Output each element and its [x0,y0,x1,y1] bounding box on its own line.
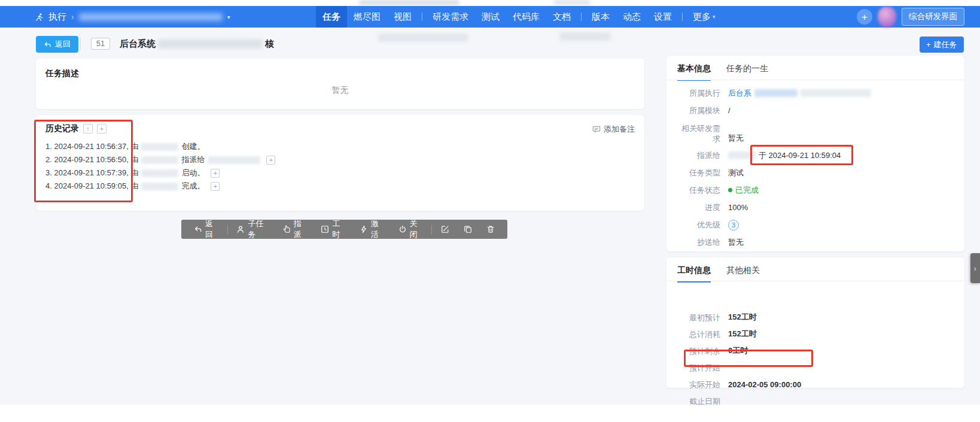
row-priority: 优先级 3 [666,216,964,233]
task-description-card: 任务描述 暂无 [36,59,644,109]
hand-pointer-icon [282,225,291,233]
history-entry-text: 3. 2024-09-21 10:57:39, 由 [45,168,138,178]
add-note-button[interactable]: 添加备注 [592,124,635,135]
person-icon [236,225,245,233]
redacted-user-name [141,156,178,164]
history-reverse-icon[interactable]: ↑ [83,124,93,133]
toolbar-assign-button[interactable]: 指派 [275,220,314,239]
back-button[interactable]: 返回 [36,36,78,53]
history-entry: 1. 2024-09-21 10:56:37, 由 创建。 [45,140,275,153]
toolbar-delete-button[interactable] [479,220,502,239]
basic-info-panel: 基本信息 任务的一生 所属执行 后台系 所属模块 / 相关研发需求 暂无 指派给… [666,56,964,251]
redacted-user-name [728,151,756,159]
nav-divider [682,13,683,21]
description-empty-text: 暂无 [36,85,644,96]
redacted-text [754,89,798,97]
create-task-label: 建任务 [934,40,957,50]
execution-run-icon [35,13,44,22]
history-expand-all-icon[interactable]: + [97,124,106,133]
quick-create-button[interactable]: + [857,9,872,25]
breadcrumb-caret-icon[interactable]: ▾ [227,14,230,20]
hours-info-rows: 最初预计 152工时 总计消耗 152工时 预计剩余 0工时 预计开始 实际开始… [666,309,964,409]
tab-basic-info[interactable]: 基本信息 [677,63,711,81]
row-cc: 抄送给 暂无 [666,233,964,251]
history-entry-action: 完成。 [181,181,205,192]
row-related-story: 相关研发需求 暂无 [666,119,964,147]
nav-tab-build[interactable]: 版本 [585,6,616,28]
workspace-switch-button[interactable]: 综合研发界面 [902,8,964,26]
task-id-badge: 51 [91,38,110,50]
back-button-label: 返回 [55,39,71,50]
row-execution: 所属执行 后台系 [666,84,964,102]
history-entry: 3. 2024-09-21 10:57:39, 由 启动。 + [45,166,275,180]
history-expand-icon[interactable]: + [211,169,220,178]
task-title-tail: 核 [265,38,274,50]
back-arrow-icon [44,41,51,48]
hours-info-panel: 工时信息 其他相关 最初预计 152工时 总计消耗 152工时 预计剩余 0工时… [666,257,964,388]
row-task-status: 任务状态 已完成 [666,181,964,199]
nav-tab-settings[interactable]: 设置 [647,6,678,28]
redacted-user-name [141,143,178,151]
toolbar-close-button[interactable]: 关闭 [391,220,430,239]
tab-task-lifecycle[interactable]: 任务的一生 [726,63,768,81]
toolbar-activate-button[interactable]: 激活 [352,220,391,239]
breadcrumb-chevron-icon: › [71,12,74,22]
tab-other-related[interactable]: 其他相关 [726,265,760,283]
history-card: 历史记录 ↑ + 添加备注 1. 2024-09-21 10:56:37, 由 … [36,115,644,211]
nav-tab-task[interactable]: 任务 [316,6,347,28]
redacted-user-name [141,169,178,177]
row-assigned-to: 指派给 于 2024-09-21 10:59:04 [666,147,964,164]
row-consumed: 总计消耗 152工时 [666,326,964,342]
redacted-text [801,89,871,97]
nav-tab-burndown[interactable]: 燃尽图 [347,6,387,28]
redaction-smudge [553,0,591,5]
side-panel-collapse-handle[interactable]: › [970,253,980,283]
nav-tab-story[interactable]: 研发需求 [426,6,475,28]
history-list: 1. 2024-09-21 10:56:37, 由 创建。 2. 2024-09… [45,140,275,193]
status-dot-icon [728,188,732,192]
tab-hours-info[interactable]: 工时信息 [677,265,711,283]
history-expand-icon[interactable]: + [266,156,275,165]
description-title: 任务描述 [45,68,79,79]
nav-divider [581,13,582,21]
history-entry-action: 启动。 [181,168,205,178]
history-entry-action: 指派给 [181,154,205,165]
nav-tab-view[interactable]: 视图 [387,6,418,28]
plus-icon: + [862,12,868,22]
divider [666,80,964,80]
assigned-date: 于 2024-09-21 10:59:04 [759,150,841,161]
task-action-toolbar: 返回 子任务 指派 工时 激活 关闭 [181,220,507,239]
edit-icon [441,225,449,233]
avatar[interactable] [878,7,896,27]
top-navigation-bar: 执行 › ▾ 任务 燃尽图 视图 研发需求 测试 代码库 文档 版本 动态 设置… [0,6,980,28]
nav-tab-repo[interactable]: 代码库 [506,6,546,28]
page-title: 后台系统 核 [120,38,274,50]
create-task-button[interactable]: + 建任务 [920,37,964,53]
redaction-smudge [559,32,611,41]
execution-link[interactable]: 后台系 [728,88,751,99]
priority-badge: 3 [728,220,739,230]
row-module: 所属模块 / [666,102,964,119]
row-estimate: 最初预计 152工时 [666,309,964,326]
toolbar-copy-button[interactable] [456,220,479,239]
toolbar-hours-button[interactable]: 工时 [314,220,352,239]
toolbar-edit-button[interactable] [434,220,456,239]
breadcrumb-product-label: 执行 [48,11,66,23]
timesheet-icon [321,225,329,233]
history-entry-text: 4. 2024-09-21 10:59:05, 由 [45,181,138,192]
breadcrumb-project-redacted[interactable] [79,13,223,21]
history-expand-icon[interactable]: + [211,182,220,191]
nav-tab-doc[interactable]: 文档 [546,6,577,28]
history-entry-action: 创建。 [181,141,205,152]
toolbar-subtask-button[interactable]: 子任务 [229,220,275,239]
add-note-label: 添加备注 [604,124,635,135]
nav-tab-more[interactable]: 更多▾ [686,6,722,28]
toolbar-back-button[interactable]: 返回 [187,220,226,239]
toolbar-divider [227,225,228,234]
chevron-down-icon: ▾ [713,14,716,20]
row-task-type: 任务类型 测试 [666,164,964,181]
nav-tab-test[interactable]: 测试 [475,6,506,28]
nav-tab-dynamic[interactable]: 动态 [616,6,647,28]
row-real-start: 实际开始 2024-02-05 09:00:00 [666,376,964,393]
breadcrumb[interactable]: 执行 › ▾ [35,6,230,28]
